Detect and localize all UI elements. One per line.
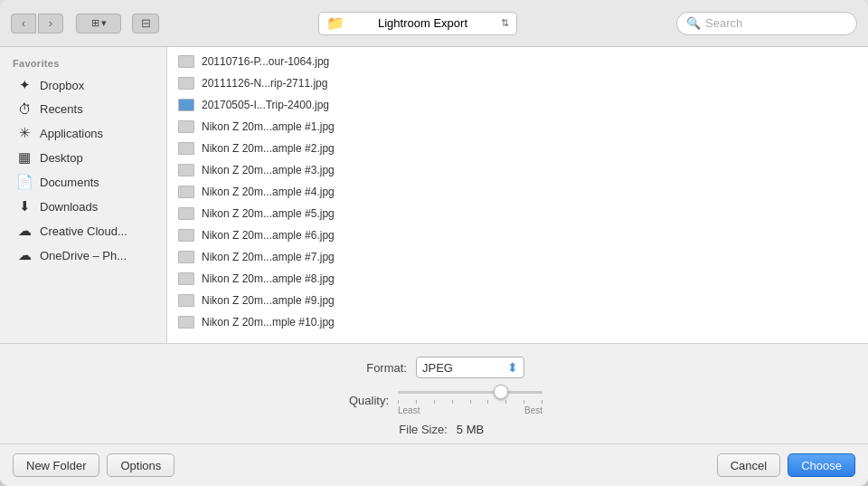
downloads-icon: ⬇ — [16, 198, 33, 214]
slider-tick — [434, 400, 435, 404]
up-down-stepper-icon: ⬍ — [507, 360, 518, 375]
slider-ticks — [398, 400, 542, 404]
sidebar-item-recents[interactable]: ⏱ Recents — [4, 98, 163, 120]
list-item[interactable]: Nikon Z 20m...ample #7.jpg — [167, 246, 868, 268]
list-item[interactable]: Nikon Z 20m...ample #2.jpg — [167, 138, 868, 159]
folder-selector: 📁 Lightroom Export ⇅ — [166, 12, 669, 35]
file-thumbnail — [178, 294, 194, 307]
file-name: Nikon Z 20m...mple #10.jpg — [202, 316, 335, 329]
list-item[interactable]: Nikon Z 20m...ample #5.jpg — [167, 203, 868, 224]
footer-left: New Folder Options — [13, 453, 175, 477]
save-dialog: ‹ › ⊞ ▾ ⊟ 📁 Lightroom Export ⇅ 🔍 Search — [0, 0, 868, 486]
file-name: 20111126-N...rip-2711.jpg — [202, 77, 327, 90]
folder-icon: 📁 — [326, 14, 344, 32]
file-name: Nikon Z 20m...ample #7.jpg — [202, 251, 335, 263]
quality-label: Quality: — [326, 394, 389, 407]
file-thumbnail — [178, 77, 194, 90]
file-name: Nikon Z 20m...ample #9.jpg — [202, 294, 335, 307]
list-item[interactable]: 20111126-N...rip-2711.jpg — [167, 72, 868, 94]
sidebar-item-documents[interactable]: 📄 Documents — [4, 170, 163, 194]
footer-right: Cancel Choose — [717, 453, 855, 477]
format-select[interactable]: JPEG ⬍ — [416, 357, 524, 378]
slider-tick — [505, 400, 506, 404]
sidebar-item-desktop[interactable]: ▦ Desktop — [4, 146, 163, 169]
search-box[interactable]: 🔍 Search — [676, 12, 857, 35]
file-name: Nikon Z 20m...ample #2.jpg — [202, 142, 335, 155]
documents-icon: 📄 — [16, 174, 33, 190]
list-item[interactable]: Nikon Z 20m...ample #1.jpg — [167, 116, 868, 138]
list-item[interactable]: Nikon Z 20m...ample #6.jpg — [167, 224, 868, 246]
file-thumbnail — [178, 207, 194, 220]
list-item[interactable]: Nikon Z 20m...ample #9.jpg — [167, 290, 868, 311]
file-name: 20170505-I...Trip-2400.jpg — [202, 99, 329, 111]
up-down-arrows-icon: ⇅ — [501, 17, 509, 29]
filesize-value: 5 MB — [457, 423, 484, 436]
sidebar-item-label: Recents — [40, 102, 83, 116]
slider-thumb[interactable] — [494, 385, 508, 399]
sidebar-item-label: Dropbox — [40, 79, 84, 92]
forward-icon: › — [49, 17, 52, 30]
slider-tick — [416, 400, 417, 404]
file-thumbnail — [178, 99, 194, 111]
file-thumbnail — [178, 316, 194, 329]
sidebar-item-creative-cloud[interactable]: ☁ Creative Cloud... — [4, 219, 163, 243]
sidebar-item-onedrive[interactable]: ☁ OneDrive – Ph... — [4, 243, 163, 267]
chevron-down-icon: ▾ — [101, 17, 107, 29]
view-icon: ⊞ — [91, 17, 99, 29]
file-name: Nikon Z 20m...ample #8.jpg — [202, 272, 335, 285]
slider-best-label: Best — [524, 405, 542, 415]
sidebar: Favorites ✦ Dropbox ⏱ Recents ✳ Applicat… — [0, 47, 167, 343]
sidebar-item-label: Downloads — [40, 200, 98, 214]
slider-least-label: Least — [398, 405, 420, 415]
forward-button[interactable]: › — [38, 14, 63, 33]
sidebar-item-label: Desktop — [40, 151, 83, 165]
file-name: 20110716-P...our-1064.jpg — [202, 55, 329, 68]
action-button[interactable]: ⊟ — [132, 14, 159, 33]
file-name: Nikon Z 20m...ample #3.jpg — [202, 164, 335, 176]
slider-tick — [487, 400, 488, 404]
sidebar-item-downloads[interactable]: ⬇ Downloads — [4, 195, 163, 218]
options-button[interactable]: Options — [107, 453, 175, 477]
back-button[interactable]: ‹ — [11, 14, 36, 33]
list-item[interactable]: 20170505-I...Trip-2400.jpg — [167, 94, 868, 116]
sidebar-item-dropbox[interactable]: ✦ Dropbox — [4, 73, 163, 97]
recents-icon: ⏱ — [16, 101, 33, 117]
slider-tick — [452, 400, 453, 404]
file-name: Nikon Z 20m...ample #6.jpg — [202, 229, 335, 242]
view-button[interactable]: ⊞ ▾ — [76, 14, 121, 33]
list-item[interactable]: 20110716-P...our-1064.jpg — [167, 51, 868, 72]
nav-buttons: ‹ › — [11, 14, 63, 33]
list-item[interactable]: Nikon Z 20m...ample #4.jpg — [167, 181, 868, 203]
folder-name-box[interactable]: 📁 Lightroom Export ⇅ — [318, 12, 517, 35]
choose-button[interactable]: Choose — [788, 453, 855, 477]
file-thumbnail — [178, 272, 194, 285]
quality-slider-container: Least Best — [398, 386, 542, 415]
sidebar-item-label: OneDrive – Ph... — [40, 249, 127, 262]
file-thumbnail — [178, 142, 194, 155]
list-item[interactable]: Nikon Z 20m...mple #10.jpg — [167, 311, 868, 333]
bottom-panel: Format: JPEG ⬍ Quality: — [0, 343, 868, 486]
content-area: Favorites ✦ Dropbox ⏱ Recents ✳ Applicat… — [0, 47, 868, 343]
new-folder-button[interactable]: New Folder — [13, 453, 99, 477]
cancel-button[interactable]: Cancel — [717, 453, 780, 477]
format-quality-section: Format: JPEG ⬍ Quality: — [0, 344, 868, 443]
slider-tick — [470, 400, 471, 404]
file-thumbnail — [178, 120, 194, 133]
dropbox-icon: ✦ — [16, 77, 33, 93]
file-thumbnail — [178, 251, 194, 263]
file-thumbnail — [178, 186, 194, 198]
filesize-row: File Size: 5 MB — [384, 423, 484, 436]
quality-slider[interactable] — [398, 386, 542, 398]
file-name: Nikon Z 20m...ample #1.jpg — [202, 120, 335, 133]
sidebar-item-applications[interactable]: ✳ Applications — [4, 121, 163, 145]
filesize-label: File Size: — [384, 423, 448, 436]
list-item[interactable]: Nikon Z 20m...ample #8.jpg — [167, 268, 868, 290]
file-thumbnail — [178, 164, 194, 176]
search-placeholder: Search — [705, 16, 742, 30]
file-list[interactable]: 20110716-P...our-1064.jpg 20111126-N...r… — [167, 47, 868, 343]
sidebar-item-label: Creative Cloud... — [40, 224, 127, 238]
sidebar-section-favorites: Favorites — [0, 54, 166, 72]
list-item[interactable]: Nikon Z 20m...ample #3.jpg — [167, 159, 868, 181]
onedrive-icon: ☁ — [16, 247, 33, 263]
format-value: JPEG — [422, 361, 453, 375]
